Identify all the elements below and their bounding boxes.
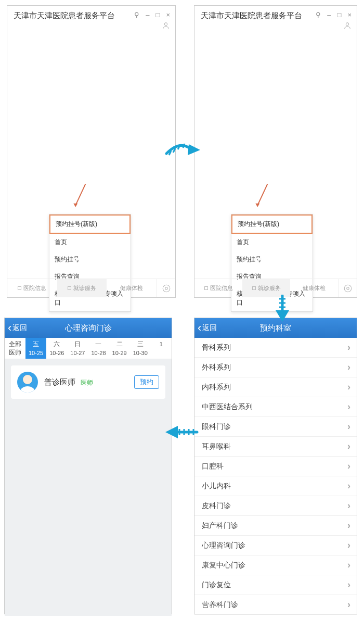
calendar-header: 全部 医师 五10-25六10-26日10-27一10-28二10-29三10-…	[5, 338, 172, 359]
annotation-arrow-icon	[75, 184, 86, 206]
tab-label: 就诊服务	[73, 284, 96, 292]
minimize-button[interactable]: –	[327, 11, 331, 19]
bottom-tabs: 医院信息 就诊服务 健康体检	[7, 279, 175, 297]
department-row[interactable]: 耳鼻喉科›	[194, 437, 357, 457]
user-icon[interactable]	[343, 21, 352, 30]
label: 全部	[9, 340, 21, 348]
day-date: 10-29	[109, 350, 130, 356]
pin-icon[interactable]: ⚲	[316, 11, 321, 19]
tab-more[interactable]	[157, 279, 175, 297]
menu-item[interactable]: 首页	[231, 234, 313, 251]
day-date: 10-26	[46, 350, 67, 356]
svg-point-2	[165, 287, 167, 289]
app-window-1: 天津市天津医院患者服务平台 ⚲ – □ × 预约挂号(新版) 首页 预约挂号 报…	[7, 5, 176, 298]
menu-item[interactable]: 预约挂号	[231, 251, 313, 268]
day-name: 一	[88, 340, 109, 349]
department-row[interactable]: 心理咨询门诊›	[194, 536, 357, 555]
department-row[interactable]: 内科系列›	[194, 377, 357, 397]
doctor-name: 普诊医师	[44, 377, 75, 386]
chevron-right-icon: ›	[347, 401, 350, 412]
calendar-day[interactable]: 1	[151, 338, 172, 359]
titlebar: 天津市天津医院患者服务平台 ⚲ – □ ×	[7, 6, 175, 29]
calendar-day[interactable]: 五10-25	[25, 338, 46, 359]
maximize-button[interactable]: □	[156, 11, 160, 19]
chevron-right-icon: ›	[347, 560, 350, 571]
department-name: 外科系列	[202, 363, 231, 372]
doctor-card: 普诊医师 医师 预约	[11, 365, 165, 399]
department-name: 骨科系列	[202, 343, 231, 352]
day-date: 10-27	[67, 350, 88, 356]
menu-item-highlighted[interactable]: 预约挂号(新版)	[49, 214, 131, 234]
clinic-screen: ‹ 返回 心理咨询门诊 全部 医师 五10-25六10-26日10-27一10-…	[4, 318, 172, 614]
department-name: 内科系列	[202, 383, 231, 392]
department-name: 康复中心门诊	[202, 561, 245, 570]
day-date: 10-30	[130, 350, 151, 356]
department-row[interactable]: 口腔科›	[194, 457, 357, 476]
close-button[interactable]: ×	[166, 11, 170, 19]
tab-more[interactable]	[338, 279, 357, 297]
user-icon[interactable]	[162, 21, 170, 30]
calendar-day[interactable]: 一10-28	[88, 338, 109, 359]
calendar-day[interactable]: 二10-29	[109, 338, 130, 359]
window-controls: ⚲ – □ ×	[316, 11, 352, 19]
book-button[interactable]: 预约	[134, 375, 159, 389]
chevron-right-icon: ›	[347, 362, 350, 373]
maximize-button[interactable]: □	[337, 11, 342, 19]
chevron-right-icon: ›	[347, 421, 350, 432]
close-button[interactable]: ×	[347, 11, 352, 19]
department-row[interactable]: 骨科系列›	[194, 338, 357, 358]
department-row[interactable]: 外科系列›	[194, 358, 357, 377]
flow-arrow-down-icon	[269, 295, 295, 325]
calendar-day[interactable]: 日10-27	[67, 338, 88, 359]
tab-health[interactable]: 健康体检	[107, 279, 157, 297]
calendar-day[interactable]: 三10-30	[130, 338, 151, 359]
chevron-right-icon: ›	[347, 520, 350, 531]
svg-point-3	[346, 23, 348, 26]
svg-point-1	[163, 285, 170, 292]
department-row[interactable]: 康复中心门诊›	[194, 555, 357, 575]
menu-item[interactable]: 首页	[49, 234, 131, 251]
pin-icon[interactable]: ⚲	[134, 11, 139, 19]
calendar-day[interactable]: 六10-26	[46, 338, 67, 359]
tab-hospital-info[interactable]: 医院信息	[194, 279, 242, 297]
chevron-right-icon: ›	[347, 461, 350, 472]
department-row[interactable]: 营养科门诊›	[194, 595, 357, 615]
department-name: 口腔科	[202, 462, 224, 471]
department-name: 眼科门诊	[202, 422, 231, 432]
chevron-right-icon: ›	[347, 481, 350, 491]
page-title: 心理咨询门诊	[5, 323, 172, 333]
department-row[interactable]: 眼科门诊›	[194, 417, 357, 437]
menu-item-highlighted[interactable]: 预约挂号(新版)	[231, 214, 313, 234]
svg-marker-14	[276, 310, 289, 322]
tab-label: 健康体检	[120, 284, 143, 292]
doctor-tag: 医师	[81, 379, 93, 386]
department-row[interactable]: 中西医结合系列›	[194, 397, 357, 417]
department-row[interactable]: 小儿内科›	[194, 476, 357, 496]
day-name: 三	[130, 340, 151, 349]
chevron-right-icon: ›	[347, 540, 350, 551]
doctor-list: 普诊医师 医师 预约	[5, 359, 172, 616]
tab-service[interactable]: 就诊服务	[57, 279, 107, 297]
day-date: 10-25	[25, 350, 46, 356]
tab-health[interactable]: 健康体检	[290, 279, 338, 297]
tab-hospital-info[interactable]: 医院信息	[7, 279, 57, 297]
department-row[interactable]: 妇产科门诊›	[194, 516, 357, 536]
chevron-right-icon: ›	[347, 382, 350, 393]
department-name: 门诊复位	[202, 580, 231, 590]
calendar-filter[interactable]: 全部 医师	[5, 338, 25, 359]
svg-marker-19	[165, 426, 178, 438]
department-list-screen: ‹ 返回 预约科室 骨科系列›外科系列›内科系列›中西医结合系列›眼科门诊›耳鼻…	[194, 318, 357, 614]
app-title: 天津市天津医院患者服务平台	[14, 11, 134, 21]
department-row[interactable]: 皮科门诊›	[194, 496, 357, 516]
department-name: 营养科门诊	[202, 600, 238, 610]
svg-point-0	[164, 23, 167, 26]
day-date: 1	[151, 341, 172, 347]
department-list: 骨科系列›外科系列›内科系列›中西医结合系列›眼科门诊›耳鼻喉科›口腔科›小儿内…	[194, 338, 357, 615]
chevron-right-icon: ›	[347, 441, 350, 452]
header: ‹ 返回 心理咨询门诊	[5, 318, 172, 338]
day-name: 六	[46, 340, 67, 349]
department-row[interactable]: 门诊复位›	[194, 575, 357, 595]
menu-item[interactable]: 预约挂号	[49, 251, 131, 268]
chevron-right-icon: ›	[347, 342, 350, 353]
minimize-button[interactable]: –	[146, 11, 149, 19]
